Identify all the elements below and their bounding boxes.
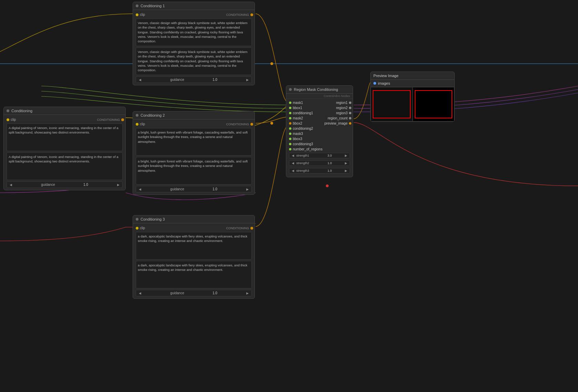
rmc-status-dot (289, 88, 292, 91)
bbox1-label: bbox1 (293, 106, 302, 110)
conditioning-3-node: Conditioning 3 clip CONDITIONING a dark,… (133, 215, 255, 299)
conditioning-main-out-dot (121, 118, 124, 121)
region-mask-conditioning-node: Region Mask Conditioning ControlAllAI-No… (286, 85, 353, 177)
strength1-val: 3.0 (317, 154, 343, 157)
conditioning-2-status-dot (136, 114, 138, 117)
conditioning-3-text2[interactable]: a dark, apocalyptic landscape with fiery… (136, 261, 252, 288)
conditioning-3-text1[interactable]: a dark, apocalyptic landscape with fiery… (136, 232, 252, 259)
rmc-conditioning3-row: conditioning3 (286, 141, 353, 147)
rmc-conditioning1-row: conditioning1 region3 (286, 110, 353, 116)
preview-image-header: Preview Image (371, 72, 454, 80)
conditioning-main-title: Conditioning (11, 109, 32, 113)
conditioning-2-node: Conditioning 2 clip CONDITIONING a brigh… (133, 111, 255, 195)
conditioning-3-title: Conditioning 3 (141, 217, 165, 221)
conditioning-main-text2[interactable]: A digital painting of Venom, iconic and … (7, 152, 123, 180)
strength3-row: ◀ strength3 1.0 ▶ (286, 167, 353, 176)
conditioning-1-text1[interactable]: Venom, classic design with glossy black … (136, 19, 252, 46)
mask3-label: mask3 (293, 132, 303, 136)
mask1-label: mask1 (293, 101, 303, 105)
conditioning-3-clip-port: clip (136, 226, 145, 230)
conditioning-3-header: Conditioning 3 (133, 215, 255, 223)
cond3-in-label: conditioning3 (293, 142, 313, 146)
cond2-in-dot (289, 127, 291, 130)
preview-image-label: preview_image (324, 121, 348, 125)
strength3-label: strength3 (296, 169, 315, 172)
conditioning-3-status-dot (136, 218, 138, 221)
region1-out-dot (349, 102, 351, 104)
rmc-mask3-row: mask3 (286, 131, 353, 136)
conditioning-1-text2[interactable]: Venom, classic design with glossy black … (136, 47, 252, 75)
cond1-in-label: conditioning1 (293, 111, 313, 115)
region2-out-dot (349, 107, 351, 109)
guidance-main-right-arrow[interactable]: ▶ (116, 183, 120, 187)
svg-point-2 (270, 62, 273, 65)
region3-out-dot (349, 112, 351, 114)
guidance-3-left-arrow[interactable]: ◀ (138, 292, 142, 295)
conditioning-2-clip-port: clip (136, 122, 145, 126)
rmc-header: Region Mask Conditioning (286, 86, 353, 94)
cond1-in-dot (289, 112, 291, 114)
region2-label: region2 (336, 106, 348, 110)
clip-port-dot (136, 13, 138, 16)
strength2-row: ◀ strength2 1.0 ▶ (286, 159, 353, 167)
conditioning-main-guidance: ◀ guidance 1.0 ▶ (7, 181, 123, 188)
mask2-in-dot (289, 117, 291, 119)
conditioning-3-out-dot (250, 227, 253, 230)
guidance-main-left-arrow[interactable]: ◀ (9, 183, 13, 187)
mask1-in-dot (289, 102, 291, 104)
rmc-mask2-row: mask2 region_count (286, 116, 353, 121)
guidance-2-right-arrow[interactable]: ▶ (246, 188, 249, 191)
preview-image-out-dot (349, 122, 351, 125)
strength1-row: ◀ strength1 3.0 ▶ (286, 152, 353, 159)
rmc-mask1-row: mask1 region1 (286, 100, 353, 105)
region-count-out-dot (349, 117, 351, 119)
guidance-2-left-arrow[interactable]: ◀ (138, 188, 142, 191)
bbox3-in-dot (289, 138, 291, 140)
region1-label: region1 (336, 101, 348, 105)
conditioning-3-guidance: ◀ guidance 1.0 ▶ (136, 290, 252, 296)
preview-title: Preview Image (373, 74, 399, 78)
strength2-left-arrow[interactable]: ◀ (291, 161, 295, 165)
conditioning-2-text2[interactable]: a bright, lush green forest with vibrant… (136, 157, 252, 184)
svg-point-1 (270, 122, 273, 125)
conditioning-2-guidance: ◀ guidance 1.0 ▶ (136, 186, 252, 192)
clip-2-port-dot (136, 123, 138, 126)
conditioning-1-title: Conditioning 1 (141, 4, 165, 8)
conditioning-1-node: Conditioning 1 clip CONDITIONING Venom, … (133, 2, 255, 85)
strength3-left-arrow[interactable]: ◀ (291, 169, 295, 172)
conditioning-2-out-dot (250, 123, 253, 126)
rmc-bbox1-row: bbox1 region2 (286, 105, 353, 110)
conditioning-main-header: Conditioning (4, 107, 125, 115)
conditioning-main-text1[interactable]: A digital painting of Venom, iconic and … (7, 124, 123, 151)
conditioning-2-text1[interactable]: a bright, lush green forest with vibrant… (136, 128, 252, 156)
conditioning-main-status-dot (7, 109, 9, 112)
conditioning-1-guidance: ◀ guidance 1.0 ▶ (136, 76, 252, 83)
conditioning-1-header: Conditioning 1 (133, 2, 255, 10)
rmc-title: Region Mask Conditioning (294, 87, 338, 92)
region3-label: region3 (336, 111, 348, 115)
images-label: images (378, 81, 390, 85)
mask3-in-dot (289, 133, 291, 135)
guidance-1-left-arrow[interactable]: ◀ (138, 78, 142, 82)
conditioning-2-title: Conditioning 2 (141, 113, 165, 117)
svg-point-3 (326, 184, 329, 187)
conditioning-1-status-dot (136, 4, 138, 7)
preview-image-node: Preview Image images (370, 72, 455, 122)
cond3-in-dot (289, 143, 291, 145)
conditioning-main-node: Conditioning clip CONDITIONING A digital… (3, 107, 126, 190)
guidance-3-right-arrow[interactable]: ▶ (246, 292, 249, 295)
bbox3-label: bbox3 (293, 137, 302, 141)
rmc-bbox2-row: bbox2 preview_image (286, 121, 353, 126)
num-regions-in-dot (289, 148, 291, 150)
strength1-right-arrow[interactable]: ▶ (344, 154, 348, 157)
strength2-right-arrow[interactable]: ▶ (344, 161, 348, 165)
bbox1-in-dot (289, 107, 291, 109)
controlall-label: ControlAllAI-Nodes (286, 94, 353, 99)
rmc-num-regions-row: number_of_regions (286, 147, 353, 152)
clip-3-port-dot (136, 227, 138, 230)
preview-left-panel (371, 87, 413, 121)
guidance-1-right-arrow[interactable]: ▶ (246, 78, 249, 82)
strength1-left-arrow[interactable]: ◀ (291, 154, 295, 157)
preview-red-rect-right (415, 90, 453, 118)
strength3-right-arrow[interactable]: ▶ (344, 169, 348, 172)
